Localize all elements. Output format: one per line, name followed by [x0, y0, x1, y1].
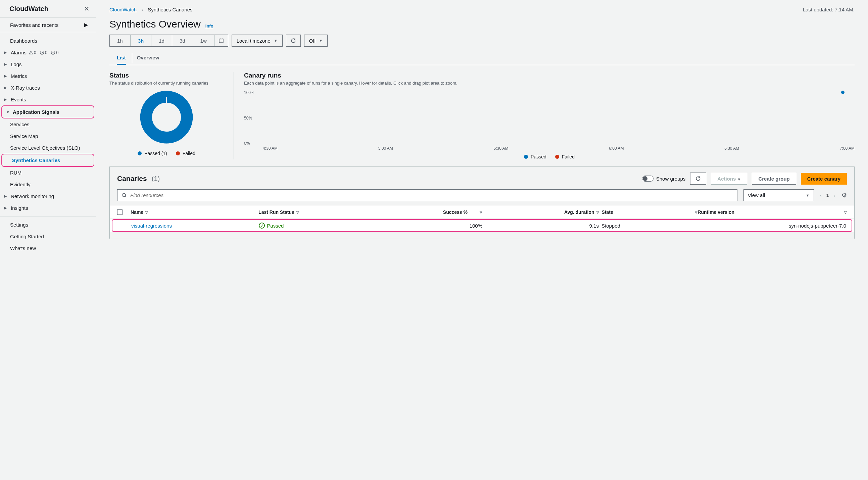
- main-content: CloudWatch › Synthetics Canaries Last up…: [96, 0, 868, 480]
- nav-getting-started[interactable]: Getting Started: [0, 231, 96, 242]
- nav-rum[interactable]: RUM: [0, 167, 96, 179]
- chevron-right-icon: ›: [141, 7, 143, 12]
- canaries-refresh-button[interactable]: [690, 173, 706, 185]
- view-filter-dropdown[interactable]: View all ▼: [743, 189, 814, 201]
- sort-icon: ▽: [596, 210, 599, 214]
- show-groups-toggle[interactable]: Show groups: [642, 176, 686, 182]
- caret-right-icon: ▶: [4, 194, 9, 199]
- range-3h[interactable]: 3h: [130, 35, 152, 46]
- check-circle-icon: [40, 50, 44, 55]
- nav-dashboards[interactable]: Dashboards: [0, 35, 96, 47]
- svg-point-6: [54, 52, 54, 53]
- triangle-warning-icon: [29, 50, 33, 55]
- nav-application-signals[interactable]: ▼Application Signals: [2, 106, 94, 118]
- svg-point-1: [31, 53, 31, 54]
- refresh-button[interactable]: [286, 35, 301, 47]
- create-group-button[interactable]: Create group: [752, 173, 796, 185]
- table-row[interactable]: visual-regressions ✓Passed 100% 9.1s Sto…: [112, 219, 852, 232]
- col-runtime[interactable]: Runtime version▽: [698, 209, 847, 215]
- caret-right-icon: ▶: [4, 97, 9, 102]
- page-title: Synthetics Overview: [110, 19, 201, 30]
- svg-rect-7: [219, 39, 223, 42]
- svg-point-4: [52, 52, 52, 53]
- col-duration[interactable]: Avg. duration▽: [492, 209, 602, 215]
- close-icon[interactable]: ✕: [84, 5, 90, 13]
- range-1w[interactable]: 1w: [193, 35, 215, 46]
- nav-settings[interactable]: Settings: [0, 219, 96, 231]
- table-header: Name▽ Last Run Status▽ Success %▽ Avg. d…: [110, 206, 854, 218]
- select-all-checkbox[interactable]: [117, 209, 123, 215]
- pagination: ‹ 1 ›: [820, 192, 835, 198]
- canary-name-link[interactable]: visual-regressions: [131, 223, 172, 229]
- info-link[interactable]: Info: [206, 24, 214, 29]
- sort-icon: ▽: [145, 210, 148, 214]
- nav-whats-new[interactable]: What's new: [0, 242, 96, 254]
- page-number: 1: [826, 192, 829, 198]
- gear-icon[interactable]: ⚙: [841, 192, 847, 199]
- runs-plot[interactable]: 100% 50% 0% 4:30 AM 5:00 AM 5:30 AM 6:00…: [244, 90, 855, 151]
- search-input[interactable]: [117, 189, 738, 201]
- range-3d[interactable]: 3d: [172, 35, 193, 46]
- runs-title: Canary runs: [244, 72, 855, 79]
- dot-icon: [137, 151, 142, 155]
- status-donut: [140, 90, 193, 144]
- sort-icon: ▽: [297, 210, 299, 214]
- calendar-icon[interactable]: [215, 35, 228, 46]
- create-canary-button[interactable]: Create canary: [801, 173, 847, 185]
- col-success[interactable]: Success %▽: [376, 209, 492, 215]
- nav-events[interactable]: ▶Events: [0, 94, 96, 106]
- nav-evidently[interactable]: Evidently: [0, 179, 96, 190]
- nav-service-map[interactable]: Service Map: [0, 130, 96, 142]
- nav-synthetics-canaries[interactable]: Synthetics Canaries: [2, 154, 94, 166]
- nav-network-monitoring[interactable]: ▶Network monitoring: [0, 190, 96, 202]
- time-range-selector: 1h 3h 1d 3d 1w: [110, 35, 228, 47]
- runs-subtitle: Each data point is an aggregate of runs …: [244, 81, 855, 86]
- nav-slo[interactable]: Service Level Objectives (SLO): [0, 142, 96, 154]
- last-updated: Last updated: 7:14 AM.: [803, 7, 855, 12]
- runs-legend-failed[interactable]: Failed: [555, 154, 575, 159]
- search-icon: [122, 193, 127, 198]
- caret-right-icon: ▶: [4, 74, 9, 78]
- svg-line-14: [125, 197, 126, 198]
- nav-insights[interactable]: ▶Insights: [0, 202, 96, 214]
- data-point[interactable]: [841, 91, 844, 94]
- ellipsis-circle-icon: [51, 50, 55, 55]
- svg-point-13: [122, 193, 126, 197]
- caret-right-icon: ▶: [84, 22, 88, 28]
- col-state[interactable]: State▽: [602, 209, 698, 215]
- runs-legend-passed[interactable]: Passed: [524, 154, 547, 159]
- next-page-icon[interactable]: ›: [834, 192, 835, 198]
- nav-xray[interactable]: ▶X-Ray traces: [0, 82, 96, 94]
- status-subtitle: The status distribution of currently run…: [110, 81, 223, 86]
- view-tabs: List Overview: [110, 51, 855, 65]
- caret-right-icon: ▶: [4, 50, 9, 55]
- autorefresh-dropdown[interactable]: Off ▼: [304, 35, 328, 47]
- tab-list[interactable]: List: [117, 51, 126, 65]
- row-checkbox[interactable]: [118, 223, 123, 228]
- nav-services[interactable]: Services: [0, 119, 96, 130]
- range-1d[interactable]: 1d: [151, 35, 172, 46]
- col-last-status[interactable]: Last Run Status▽: [258, 209, 376, 215]
- actions-button[interactable]: Actions ▼: [711, 173, 747, 185]
- breadcrumb-root[interactable]: CloudWatch: [110, 7, 136, 12]
- range-1h[interactable]: 1h: [110, 35, 130, 46]
- svg-point-5: [53, 52, 53, 53]
- timezone-dropdown[interactable]: Local timezone ▼: [231, 35, 283, 47]
- status-title: Status: [110, 72, 223, 79]
- caret-down-icon: ▼: [319, 39, 322, 42]
- nav-alarms[interactable]: ▶ Alarms 0 0 0: [0, 47, 96, 58]
- dot-icon: [555, 155, 559, 159]
- breadcrumb-current: Synthetics Canaries: [148, 7, 192, 12]
- dot-icon: [176, 151, 180, 155]
- col-name[interactable]: Name▽: [130, 209, 258, 215]
- tab-overview[interactable]: Overview: [137, 51, 159, 65]
- favorites-and-recents[interactable]: Favorites and recents ▶: [0, 18, 96, 32]
- nav-logs[interactable]: ▶Logs: [0, 58, 96, 70]
- legend-failed[interactable]: Failed: [176, 151, 195, 156]
- caret-down-icon: ▼: [274, 39, 278, 42]
- status-chart-panel: Status The status distribution of curren…: [110, 72, 223, 159]
- nav-metrics[interactable]: ▶Metrics: [0, 70, 96, 82]
- prev-page-icon[interactable]: ‹: [820, 192, 822, 198]
- legend-passed[interactable]: Passed (1): [137, 151, 167, 156]
- caret-right-icon: ▶: [4, 86, 9, 90]
